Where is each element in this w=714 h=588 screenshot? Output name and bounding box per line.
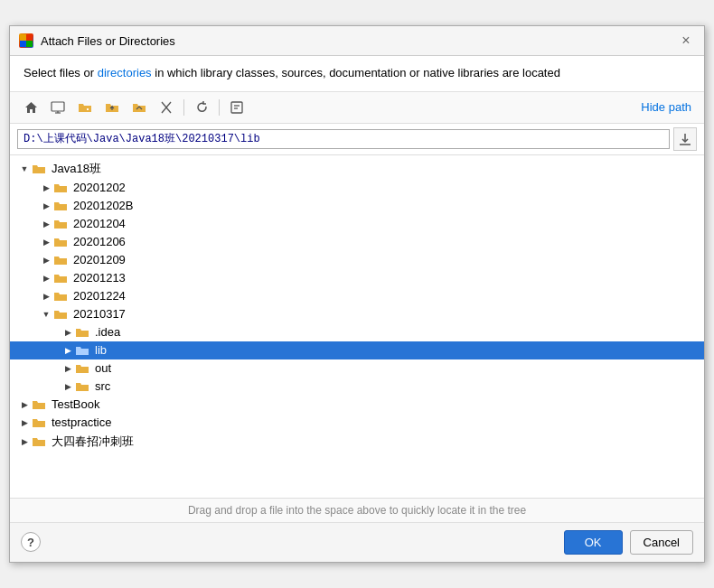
folder-nav-button[interactable] bbox=[127, 96, 151, 119]
tree-arrow-20201202B: ▶ bbox=[39, 199, 53, 213]
tree-item-dashijian[interactable]: ▶ 大四春招冲刺班 bbox=[10, 432, 704, 452]
separator bbox=[183, 99, 184, 116]
svg-rect-0 bbox=[20, 34, 26, 41]
tree-item-out[interactable]: ▶ out bbox=[10, 359, 704, 378]
tree-label-dashijian: 大四春招冲刺班 bbox=[52, 434, 134, 450]
tree-item-20201213[interactable]: ▶ 20201213 bbox=[10, 269, 704, 287]
folder-icon-20201202 bbox=[53, 182, 70, 194]
folder-icon-20201202B bbox=[53, 200, 70, 212]
tree-label-20201213: 20201213 bbox=[73, 271, 126, 285]
title-bar-left: Attach Files or Directories bbox=[19, 33, 175, 48]
toolbar: Hide path bbox=[10, 92, 704, 124]
tree-label-20201204: 20201204 bbox=[73, 217, 126, 230]
tree-item-testbook[interactable]: ▶ TestBook bbox=[10, 396, 704, 414]
tree-arrow-20201204: ▶ bbox=[39, 217, 53, 231]
bottom-bar: ? OK Cancel bbox=[10, 523, 704, 562]
tree-arrow-20201206: ▶ bbox=[39, 235, 53, 249]
description: Select files or directories in which lib… bbox=[10, 56, 704, 91]
cancel-button[interactable]: Cancel bbox=[630, 530, 693, 555]
description-highlight: directories bbox=[98, 66, 152, 79]
ok-button[interactable]: OK bbox=[564, 530, 623, 555]
folder-up-button[interactable] bbox=[100, 96, 124, 119]
tree-label-out: out bbox=[95, 361, 111, 375]
folder-icon-20201204 bbox=[53, 218, 70, 230]
tree-item-20201202[interactable]: ▶ 20201202 bbox=[10, 179, 704, 197]
tree-label-java18: Java18班 bbox=[52, 161, 101, 177]
tree-item-testpractice[interactable]: ▶ testpractice bbox=[10, 414, 704, 432]
tree-item-java18[interactable]: ▼ Java18班 bbox=[10, 159, 704, 179]
dialog-title: Attach Files or Directories bbox=[41, 34, 175, 48]
tree-arrow-out: ▶ bbox=[61, 361, 75, 376]
tree-arrow-20210317: ▼ bbox=[39, 307, 53, 322]
tree-container: ▼ Java18班 ▶ 20201202 ▶ 20201202B ▶ bbox=[10, 155, 704, 499]
tree-label-20210317: 20210317 bbox=[73, 307, 126, 321]
tree-item-20201202B[interactable]: ▶ 20201202B bbox=[10, 197, 704, 215]
svg-rect-4 bbox=[52, 102, 64, 111]
title-bar: Attach Files or Directories × bbox=[10, 26, 704, 56]
folder-icon-20210317 bbox=[53, 308, 70, 321]
tree-arrow-idea: ▶ bbox=[61, 325, 75, 340]
tree-arrow-dashijian: ▶ bbox=[17, 434, 32, 449]
tree-arrow-testbook: ▶ bbox=[17, 397, 32, 412]
tree-arrow-src: ▶ bbox=[61, 379, 75, 394]
tree-item-src[interactable]: ▶ src bbox=[10, 378, 704, 396]
tree-arrow-testpractice: ▶ bbox=[17, 415, 32, 430]
delete-button[interactable] bbox=[155, 96, 178, 119]
path-input[interactable] bbox=[17, 129, 670, 149]
tree-item-20201224[interactable]: ▶ 20201224 bbox=[10, 287, 704, 305]
tree-arrow-20201209: ▶ bbox=[39, 253, 53, 267]
tree-label-20201202: 20201202 bbox=[73, 181, 126, 194]
svg-rect-3 bbox=[26, 41, 33, 47]
tree-item-20201204[interactable]: ▶ 20201204 bbox=[10, 215, 704, 233]
tree-arrow-20201224: ▶ bbox=[39, 289, 53, 303]
tree-label-20201224: 20201224 bbox=[73, 289, 126, 303]
home-button[interactable] bbox=[19, 96, 42, 119]
tree-label-20201206: 20201206 bbox=[73, 235, 126, 248]
folder-icon-20201224 bbox=[53, 290, 70, 303]
tree-label-20201209: 20201209 bbox=[73, 253, 126, 266]
svg-rect-11 bbox=[231, 102, 242, 113]
hide-path-button[interactable]: Hide path bbox=[637, 98, 695, 116]
bottom-buttons: OK Cancel bbox=[564, 530, 693, 555]
svg-rect-2 bbox=[20, 41, 26, 47]
tree-label-lib: lib bbox=[95, 343, 107, 357]
desktop-button[interactable] bbox=[46, 96, 70, 119]
tree-item-lib[interactable]: ▶ lib bbox=[10, 341, 704, 359]
folder-icon-out bbox=[75, 362, 91, 375]
tree-label-src: src bbox=[95, 379, 110, 393]
folder-icon-20201213 bbox=[53, 272, 70, 285]
dialog: Attach Files or Directories × Select fil… bbox=[9, 25, 705, 562]
tree-item-20201209[interactable]: ▶ 20201209 bbox=[10, 251, 704, 269]
folder-icon-20201209 bbox=[53, 254, 70, 266]
folder-icon-java18 bbox=[32, 163, 48, 175]
folder-icon-lib bbox=[75, 344, 91, 357]
folder-icon-dashijian bbox=[32, 435, 48, 448]
description-text-middle: in which library classes, sources, docum… bbox=[152, 66, 560, 79]
tree-item-20210317[interactable]: ▼ 20210317 bbox=[10, 305, 704, 323]
folder-icon-testbook bbox=[32, 398, 48, 411]
description-text-before: Select files or bbox=[23, 66, 98, 79]
path-bar bbox=[10, 124, 704, 155]
tree-arrow-lib: ▶ bbox=[61, 343, 75, 358]
tree-arrow-java18: ▼ bbox=[17, 162, 32, 176]
tree-label-idea: .idea bbox=[95, 325, 120, 339]
create-folder-button[interactable] bbox=[73, 96, 97, 119]
tree-item-idea[interactable]: ▶ .idea bbox=[10, 323, 704, 341]
separator2 bbox=[219, 99, 220, 116]
bookmark-button[interactable] bbox=[225, 96, 249, 119]
tree-label-20201202B: 20201202B bbox=[73, 199, 134, 212]
folder-icon-testpractice bbox=[32, 416, 48, 429]
drag-drop-hint: Drag and drop a file into the space abov… bbox=[10, 499, 704, 523]
path-download-button[interactable] bbox=[673, 127, 697, 151]
refresh-button[interactable] bbox=[190, 96, 213, 119]
svg-rect-1 bbox=[26, 34, 33, 41]
tree-item-20201206[interactable]: ▶ 20201206 bbox=[10, 233, 704, 251]
folder-icon-20201206 bbox=[53, 236, 70, 248]
tree-label-testpractice: testpractice bbox=[52, 415, 111, 429]
close-button[interactable]: × bbox=[677, 32, 695, 50]
tree-arrow-20201213: ▶ bbox=[39, 271, 53, 285]
help-button[interactable]: ? bbox=[21, 532, 41, 552]
app-icon bbox=[19, 33, 33, 48]
folder-icon-idea bbox=[75, 326, 91, 339]
folder-icon-src bbox=[75, 380, 91, 393]
